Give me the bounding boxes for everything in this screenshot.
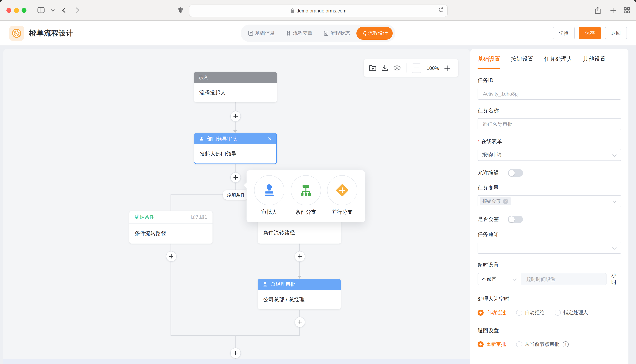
task-vars-select[interactable]: 报销金额 ✕ [478, 195, 621, 207]
online-form-select[interactable]: 报销申请 [478, 149, 621, 161]
node-body: 发起人部门领导 [194, 144, 276, 164]
radio-auto-approve[interactable]: 自动通过 [478, 309, 506, 316]
tab-button-settings[interactable]: 按钮设置 [511, 49, 534, 69]
tab-basic-info[interactable]: 基础信息 [243, 27, 280, 40]
task-var-tag: 报销金额 ✕ [480, 197, 511, 206]
tab-process-status[interactable]: 流程状态 [319, 27, 355, 40]
new-tab-icon[interactable] [608, 5, 618, 15]
radio-icon [516, 341, 522, 348]
return-setting-label: 退回设置 [478, 327, 621, 334]
countersign-label: 是否会签 [478, 216, 499, 223]
doc-status-icon [324, 30, 328, 36]
address-bar[interactable]: demo.orangeforms.com [189, 4, 448, 17]
tab-other-settings[interactable]: 其他设置 [583, 49, 606, 69]
radio-current-node-approval[interactable]: 从当前节点审批 ! [516, 341, 569, 348]
empty-handler-label: 处理人为空时 [478, 296, 621, 302]
timeout-value-input[interactable] [525, 276, 602, 282]
node-title: 录入 [198, 74, 208, 81]
doc-edit-icon [248, 30, 253, 36]
toolbar-divider [406, 64, 406, 72]
zoom-out-button[interactable] [412, 63, 421, 73]
close-icon[interactable]: ✕ [268, 136, 272, 142]
chevron-down-icon [612, 198, 617, 204]
popup-arrow [244, 182, 250, 188]
back-button[interactable] [59, 5, 69, 15]
app-logo [9, 26, 24, 40]
tab-process-design[interactable]: 流程设计 [356, 27, 393, 40]
orange-logo-icon [12, 28, 22, 38]
approver-stamp-icon [262, 183, 276, 198]
main-nav: 基础信息 流程变量 流程状态 流程设计 [241, 24, 395, 42]
info-icon: ! [563, 341, 569, 348]
radio-icon [555, 310, 561, 316]
task-name-input[interactable] [482, 121, 617, 128]
node-condition-left[interactable]: 满足条件 优先级1 条件流转路径 [129, 211, 213, 244]
browser-window: demo.orangeforms.com 橙单流程设计 基础信息 [0, 0, 636, 364]
parallel-branch-icon [335, 183, 350, 198]
node-start[interactable]: 录入 流程发起人 [194, 72, 277, 102]
forward-button[interactable] [73, 5, 82, 15]
radio-auto-reject[interactable]: 自动拒绝 [516, 309, 544, 316]
back-button-app[interactable]: 返回 [605, 27, 627, 39]
minimize-window-button[interactable] [14, 8, 19, 13]
settings-panel: 基础设置 按钮设置 任务处理人 其他设置 任务ID 任务名称 * 在线表单 报销… [470, 49, 628, 364]
add-node-button[interactable] [295, 251, 305, 262]
node-dept-approval[interactable]: 部门领导审批 ✕ 发起人部门领导 [194, 133, 277, 164]
node-body: 条件流转路径 [129, 224, 213, 244]
timeout-value-field[interactable] [521, 273, 606, 285]
popup-item-condition-branch[interactable]: 条件分支 [291, 175, 321, 216]
save-button[interactable]: 保存 [579, 27, 601, 39]
tab-process-variables[interactable]: 流程变量 [281, 27, 317, 40]
switch-button[interactable]: 切换 [553, 27, 575, 39]
chevron-down-icon[interactable] [48, 5, 58, 15]
radio-assign-handler[interactable]: 指定处理人 [555, 309, 588, 316]
notify-select[interactable] [478, 242, 621, 254]
reload-icon[interactable] [438, 7, 444, 14]
radio-restart-approval[interactable]: 重新审批 [478, 341, 506, 348]
task-id-field[interactable] [478, 88, 621, 100]
add-condition-label[interactable]: 添加条件 [223, 190, 249, 200]
arrowhead [297, 276, 302, 278]
preview-eye-icon[interactable] [393, 65, 401, 70]
flow-canvas[interactable]: 录入 流程发起人 部门领导审批 ✕ 发起人部门领导 满足条件 优先级1 条件流转… [4, 49, 470, 364]
online-form-label: * 在线表单 [478, 138, 621, 145]
canvas-bottom-strip [4, 359, 470, 364]
required-asterisk: * [478, 139, 480, 144]
popup-item-approver[interactable]: 审批人 [254, 175, 284, 216]
node-gm-approval[interactable]: 总经理审批 公司总部 / 总经理 [258, 279, 341, 309]
zoom-window-button[interactable] [22, 8, 27, 13]
privacy-shield-icon[interactable] [175, 5, 185, 15]
radio-icon [478, 341, 484, 348]
open-file-icon[interactable] [369, 65, 376, 71]
add-node-button[interactable] [230, 172, 241, 183]
add-node-button[interactable] [295, 317, 305, 327]
tab-basic-settings[interactable]: 基础设置 [478, 49, 500, 69]
tab-task-handler[interactable]: 任务处理人 [544, 49, 572, 69]
app-header: 橙单流程设计 基础信息 流程变量 流程状态 流程设计 切换 保存 返回 [0, 21, 636, 46]
lock-icon [290, 8, 294, 13]
allow-edit-toggle[interactable] [508, 169, 523, 177]
allow-edit-label: 允许编辑 [478, 170, 499, 176]
close-window-button[interactable] [7, 8, 11, 13]
add-node-button[interactable] [230, 348, 241, 358]
arrowhead [233, 130, 238, 132]
zoom-in-button[interactable] [445, 65, 450, 71]
download-icon[interactable] [381, 65, 388, 71]
stamp-icon [199, 136, 204, 142]
share-icon[interactable] [593, 5, 603, 15]
remove-tag-icon[interactable]: ✕ [503, 198, 508, 204]
condition-branch-icon [299, 183, 313, 198]
node-body: 条件流转路径 [258, 222, 300, 244]
task-id-input[interactable] [482, 90, 617, 97]
page-title: 橙单流程设计 [29, 28, 73, 38]
condition-priority: 优先级1 [190, 214, 207, 220]
timeout-mode-select[interactable]: 不设置 [478, 273, 521, 285]
popup-item-parallel-branch[interactable]: 并行分支 [327, 175, 357, 216]
task-name-field[interactable] [478, 118, 621, 130]
sidebar-toggle-icon[interactable] [36, 5, 46, 15]
tab-overview-icon[interactable] [622, 5, 632, 15]
add-node-button[interactable] [166, 251, 176, 262]
add-node-button[interactable] [230, 111, 241, 122]
countersign-toggle[interactable] [508, 216, 523, 223]
node-body: 公司总部 / 总经理 [258, 290, 341, 309]
